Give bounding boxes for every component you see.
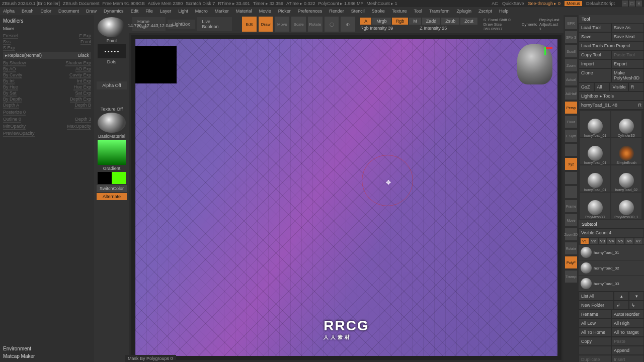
menu-texture[interactable]: Texture bbox=[392, 9, 407, 14]
gizmo-icon[interactable]: ◯ bbox=[325, 17, 339, 32]
subtool-row[interactable]: hornyToad_01 bbox=[579, 245, 644, 260]
z-intensity-slider[interactable]: Z Intensity 25 bbox=[420, 26, 470, 31]
right-icon-Zoom3D[interactable]: Zoom3D bbox=[565, 228, 577, 240]
scale-mode-button[interactable]: Scale bbox=[291, 17, 306, 32]
tool-item[interactable]: SimpleBrush bbox=[611, 138, 641, 164]
menu-stencil[interactable]: Stencil bbox=[351, 9, 365, 14]
menu-alpha[interactable]: Alpha bbox=[3, 9, 15, 14]
menu-stroke[interactable]: Stroke bbox=[372, 9, 385, 14]
menu-help[interactable]: Help bbox=[499, 9, 509, 14]
right-icon-Xyz[interactable]: Xyz bbox=[565, 158, 577, 170]
right-icon-11[interactable] bbox=[565, 172, 577, 184]
material-thumb[interactable] bbox=[98, 113, 126, 133]
subtool-row[interactable]: hornyToad_02 bbox=[579, 260, 644, 276]
mrgb-mode[interactable]: Mrgb bbox=[372, 18, 391, 25]
subtool-row[interactable]: hornyToad_03 bbox=[579, 276, 644, 292]
right-icon-SPix 3[interactable]: SPix 3 bbox=[565, 31, 577, 43]
tool-item[interactable]: PolyMesh3D_1 bbox=[611, 193, 641, 219]
save-button[interactable]: Save bbox=[579, 32, 611, 41]
save-as-button[interactable]: Save As bbox=[611, 23, 644, 32]
right-icon-L.Sym[interactable]: L.Sym bbox=[565, 130, 577, 142]
zcut-mode[interactable]: Zcut bbox=[460, 18, 477, 25]
load-project-button[interactable]: Load Tools From Project bbox=[579, 41, 644, 50]
list-all-button[interactable]: List All bbox=[579, 292, 614, 301]
environment-section[interactable]: Environment bbox=[3, 345, 91, 352]
live-boolean-tab[interactable]: Live Boolean bbox=[197, 17, 232, 31]
right-icon-Transp[interactable]: Transp bbox=[565, 270, 577, 283]
axis-gizmo[interactable] bbox=[539, 42, 554, 54]
tool-item[interactable]: hornyToad_01 bbox=[580, 111, 610, 137]
right-icon-PolyF[interactable]: PolyF bbox=[565, 256, 577, 268]
import-button[interactable]: Import bbox=[579, 59, 611, 68]
menu-color[interactable]: Color bbox=[41, 9, 52, 14]
m-mode[interactable]: M bbox=[409, 18, 421, 25]
tool-item[interactable]: hornyToad_01 bbox=[580, 165, 610, 192]
menu-macro[interactable]: Macro bbox=[195, 9, 208, 14]
tool-item[interactable]: hornyToad_02 bbox=[611, 165, 641, 192]
right-icon-Scroll[interactable]: Scroll bbox=[565, 45, 577, 57]
replay-last[interactable]: ReplayLast bbox=[539, 18, 559, 22]
posterize-slider[interactable]: Posterize 0 bbox=[3, 110, 26, 115]
menu-layer[interactable]: Layer bbox=[160, 9, 172, 14]
append-button[interactable]: Append bbox=[611, 346, 644, 355]
outline-slider[interactable]: Outline 0 bbox=[3, 117, 21, 122]
sculptris-icon[interactable]: ◐ bbox=[341, 17, 355, 32]
ac-toggle[interactable]: AC bbox=[492, 1, 498, 6]
draw-mode-button[interactable]: Draw bbox=[259, 17, 273, 32]
menu-marker[interactable]: Marker bbox=[215, 9, 229, 14]
menu-brush[interactable]: Brush bbox=[22, 9, 34, 14]
adjust-last[interactable]: AdjustLast 1 bbox=[539, 22, 560, 31]
save-next-button[interactable]: Save Next bbox=[611, 32, 644, 41]
menu-tool[interactable]: Tool bbox=[414, 9, 422, 14]
move-mode-button[interactable]: Move bbox=[275, 17, 289, 32]
make-polymesh-button[interactable]: Make PolyMesh3D bbox=[611, 68, 644, 82]
right-icon-BPR[interactable]: BPR bbox=[565, 17, 577, 29]
default-zscript[interactable]: DefaultZScript bbox=[586, 1, 615, 6]
menu-light[interactable]: Light bbox=[178, 9, 188, 14]
menu-picker[interactable]: Picker bbox=[278, 9, 291, 14]
menu-zplugin[interactable]: Zplugin bbox=[457, 9, 472, 14]
menu-draw[interactable]: Draw bbox=[86, 9, 97, 14]
rgb-intensity-slider[interactable]: Rgb Intensity 39 bbox=[360, 26, 419, 31]
depth3-slider[interactable]: Depth 3 bbox=[75, 117, 91, 122]
a-mode[interactable]: A bbox=[360, 18, 371, 25]
right-icon-Move[interactable]: Move bbox=[565, 214, 577, 226]
right-icon-12[interactable] bbox=[565, 186, 577, 198]
close-icon[interactable]: × bbox=[636, 1, 642, 7]
rotate-mode-button[interactable]: Rotate bbox=[308, 17, 323, 32]
menu-material[interactable]: Material bbox=[236, 9, 252, 14]
right-icon-AAHalf[interactable]: AAHalf bbox=[565, 87, 577, 100]
copy-tool-button[interactable]: Copy Tool bbox=[579, 50, 611, 59]
menu-render[interactable]: Render bbox=[329, 9, 344, 14]
right-icon-Floor[interactable]: Floor bbox=[565, 116, 577, 128]
lightbox-tools[interactable]: Lightbox ▸ Tools bbox=[579, 92, 644, 101]
right-icon-9[interactable] bbox=[565, 144, 577, 156]
color-picker[interactable] bbox=[98, 140, 126, 165]
matcap-maker-section[interactable]: Matcap Maker bbox=[3, 352, 91, 360]
switch-color-button[interactable]: SwitchColor bbox=[97, 185, 127, 192]
menu-movie[interactable]: Movie bbox=[259, 9, 271, 14]
right-icon-Rotate[interactable]: Rotate bbox=[565, 242, 577, 254]
alpha-off-button[interactable]: Alpha Off bbox=[97, 81, 127, 89]
minimize-icon[interactable]: – bbox=[622, 1, 628, 7]
viewport-canvas[interactable]: ✥ RRCG 人人素材 bbox=[135, 39, 557, 356]
quicksave-button[interactable]: QuickSave bbox=[502, 1, 524, 6]
right-icon-Actual[interactable]: Actual bbox=[565, 73, 577, 85]
menu-dynamics[interactable]: Dynamics bbox=[104, 9, 124, 14]
tool-item[interactable]: PolyMesh3D bbox=[580, 193, 610, 219]
clone-button[interactable]: Clone bbox=[579, 68, 611, 82]
menu-document[interactable]: Document bbox=[58, 9, 79, 14]
load-tool-button[interactable]: Load Tool bbox=[579, 23, 611, 32]
right-icon-Frame[interactable]: Frame bbox=[565, 200, 577, 212]
down-icon[interactable]: ▾ bbox=[629, 292, 644, 301]
seethrough-slider[interactable]: See-through ▸ 0 bbox=[528, 1, 560, 6]
maximize-icon[interactable]: □ bbox=[629, 1, 635, 7]
autoreorder-button[interactable]: AutoReorder bbox=[611, 310, 644, 319]
right-icon-Zoom[interactable]: Zoom bbox=[565, 59, 577, 71]
menu-zscript[interactable]: Zscript bbox=[478, 9, 492, 14]
alternate-button[interactable]: Alternate bbox=[97, 193, 127, 200]
brush-thumb[interactable] bbox=[98, 17, 126, 37]
tool-item[interactable]: Cylinder3D bbox=[611, 111, 641, 137]
menu-edit[interactable]: Edit bbox=[131, 9, 139, 14]
menus-toggle[interactable]: Menus bbox=[565, 1, 582, 6]
